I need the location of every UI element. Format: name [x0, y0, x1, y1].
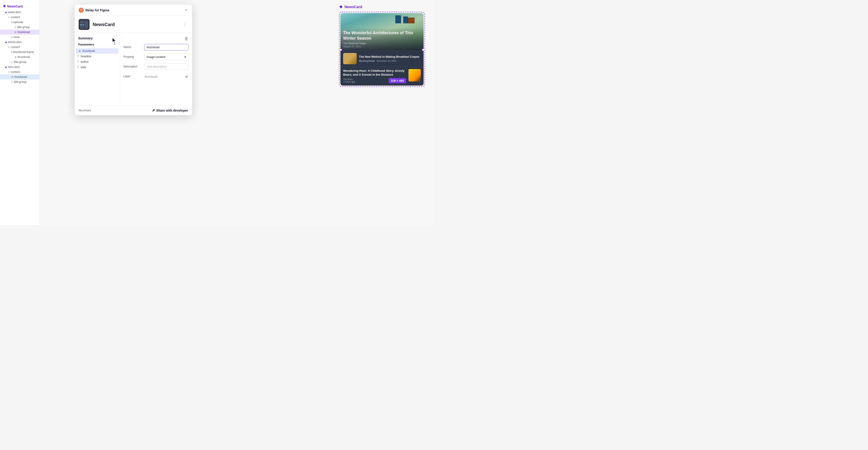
hero-date: August 25, 2021: [343, 45, 421, 48]
sidebar-root-label: NewsCard: [7, 4, 23, 8]
sidebar-label: content: [11, 46, 20, 49]
share-with-developer-button[interactable]: ⇗ Share with developer: [152, 108, 188, 113]
sidebar-item-hero-item[interactable]: ◆ hero-item: [0, 64, 39, 69]
news-card: The Wonderful Architectures of This Wint…: [340, 13, 424, 86]
sidebar-label: content: [11, 71, 20, 74]
name-field-row: Name: [123, 44, 188, 51]
sidebar-item-title-group-3[interactable]: ≡ title-group: [0, 80, 39, 84]
param-item-headline[interactable]: T headline: [74, 54, 120, 59]
svg-rect-3: [80, 24, 82, 26]
param-item-author[interactable]: T author: [74, 59, 120, 64]
lines-icon: ≡: [8, 71, 9, 73]
description-input[interactable]: Add description: [144, 63, 188, 70]
sidebar-item-audio-item[interactable]: ◆ audio-item: [0, 10, 39, 15]
modal-close-button[interactable]: ×: [184, 7, 188, 13]
article-more-button[interactable]: ⋮: [418, 80, 422, 84]
bars-icon: |||: [11, 51, 12, 53]
preview-card-container: The Wonderful Architectures of This Wint…: [339, 12, 425, 87]
sidebar-root[interactable]: ❖ NewsCard: [0, 3, 39, 10]
sidebar-label: thumbnail: [14, 75, 27, 79]
property-field-row: Property image-content ▾: [123, 54, 188, 60]
param-item-date[interactable]: T date: [74, 64, 120, 70]
diamond-icon: ◆: [5, 66, 7, 68]
main-area: Relay for Figma × NewsCard ⋮: [39, 0, 434, 225]
property-label: Property: [123, 54, 142, 58]
sidebar-item-meta[interactable]: ||| meta: [0, 35, 39, 39]
image-icon: ⊞: [14, 56, 17, 59]
modal-body: Summary Parameters + ⊞ thumbnail T headl…: [74, 33, 192, 105]
sidebar-item-title-group-2[interactable]: ≡ title-group: [0, 59, 39, 64]
bars-icon: |||: [11, 21, 12, 23]
layer-label: Layer: [123, 73, 142, 78]
sidebar-item-thumbnail-3[interactable]: ⊞ thumbnail: [0, 75, 39, 80]
relay-app-name: Relay for Figma: [86, 8, 182, 12]
hero-title: The Wonderful Architectures of This Wint…: [343, 30, 421, 41]
modal-right-panel: 🗑 Name Property image-content ▾: [120, 33, 192, 105]
size-badge: 329 × 480: [389, 78, 406, 83]
relay-logo: [79, 8, 84, 13]
svg-rect-5: [80, 26, 84, 29]
name-input[interactable]: [144, 44, 188, 51]
sidebar-item-thumbnail-1[interactable]: ⊞ thumbnail: [0, 30, 39, 35]
layer-value: thumbnail: [145, 75, 157, 78]
preview-title: NewsCard: [344, 5, 362, 9]
add-param-button[interactable]: +: [114, 42, 116, 47]
svg-rect-6: [85, 20, 88, 29]
sidebar-item-article-item[interactable]: ◆ article-item: [0, 39, 39, 45]
four-diamond-icon: ❖: [3, 4, 6, 8]
modal-more-button[interactable]: ⋮: [182, 22, 188, 27]
lines-icon: ≡: [8, 46, 9, 49]
modal-footer: No errors ⇗ Share with developer: [74, 105, 192, 115]
param-label: author: [81, 60, 89, 63]
sidebar-item-thumbnail-frame[interactable]: ||| thumbnail-frame: [0, 50, 39, 55]
param-label: thumbnail: [83, 49, 95, 53]
svg-rect-4: [83, 24, 84, 26]
sidebar-item-title-group[interactable]: ≡ title-group: [0, 25, 39, 30]
target-icon[interactable]: ⊕: [185, 75, 188, 79]
sidebar-item-content[interactable]: ≡ content: [0, 15, 39, 20]
delete-param-button[interactable]: 🗑: [184, 36, 188, 41]
sidebar-item-content-2[interactable]: ≡ content: [0, 45, 39, 50]
param-item-thumbnail[interactable]: ⊞ thumbnail: [76, 48, 118, 54]
sidebar-item-thumbnail-2[interactable]: ⊞ thumbnail: [0, 55, 39, 59]
param-label: headline: [81, 55, 91, 58]
handle-br: [422, 49, 424, 51]
preview-panel: ❖ NewsCard: [339, 4, 425, 87]
modal-component-name: NewsCard: [93, 22, 115, 27]
hero-source: The Seasonal Sagas: [343, 42, 421, 45]
relay-header: Relay for Figma ×: [74, 4, 192, 16]
sidebar-label: title-group: [17, 26, 30, 29]
article-title-crepes: The New Method to Making Breakfast Crepe…: [359, 55, 421, 59]
sidebar-item-content-3[interactable]: ≡ content: [0, 69, 39, 75]
article-item-bees: Wondering Hour: A Childhood Story, Grizz…: [340, 66, 424, 86]
four-diamond-icon: ❖: [339, 4, 343, 9]
article-thumbnail-crepes: [343, 53, 357, 64]
bars-icon: |||: [11, 36, 12, 38]
diamond-icon: ◆: [5, 41, 7, 44]
sidebar-label: content: [11, 16, 20, 19]
image-icon: ⊞: [14, 31, 17, 34]
hero-overlay: The Wonderful Architectures of This Wint…: [340, 28, 424, 51]
article-date-crepes: November 10, 2021: [377, 60, 397, 62]
share-icon: ⇗: [152, 108, 155, 113]
layer-field-row: Layer thumbnail ⊕: [123, 73, 188, 80]
article-title-bees: Wondering Hour: A Childhood Story, Grizz…: [343, 69, 406, 77]
description-placeholder: Add description: [147, 65, 167, 68]
property-select[interactable]: image-content ▾: [144, 54, 188, 60]
article-source-bees: The Bees: [343, 78, 355, 81]
param-text-icon: T: [77, 60, 79, 63]
param-text-icon: T: [77, 66, 79, 68]
sidebar-label: title-group: [14, 60, 26, 64]
preview-header: ❖ NewsCard: [339, 4, 425, 9]
handle-bl: [340, 49, 342, 51]
svg-point-0: [81, 11, 82, 11]
article-content-crepes: The New Method to Making Breakfast Crepe…: [359, 55, 421, 62]
sidebar-label: thumbnail: [18, 31, 30, 34]
params-header: Parameters +: [74, 42, 120, 48]
modal-left-panel: Summary Parameters + ⊞ thumbnail T headl…: [74, 33, 120, 105]
modal-title-area: NewsCard: [79, 19, 115, 30]
sidebar: ❖ NewsCard ◆ audio-item ≡ content ||| ep…: [0, 0, 39, 225]
sidebar-label: meta: [13, 35, 20, 39]
sidebar-item-episode[interactable]: ||| episode: [0, 20, 39, 25]
sidebar-label: article-item: [8, 40, 22, 44]
